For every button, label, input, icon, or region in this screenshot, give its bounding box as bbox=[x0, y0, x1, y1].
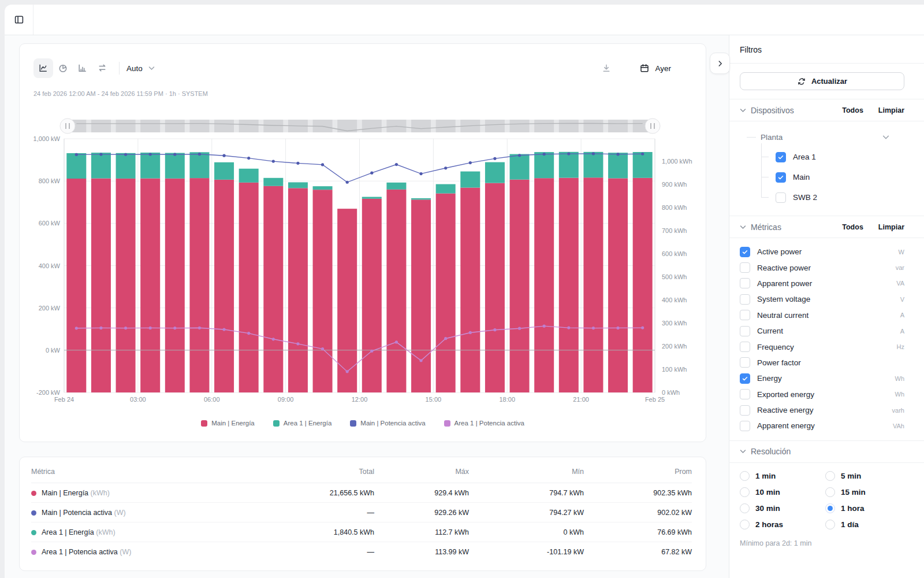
table-row[interactable]: Main | Energía (kWh)21,656.5 kWh929.4 kW… bbox=[31, 483, 692, 503]
chevron-down-icon[interactable] bbox=[882, 135, 889, 140]
legend-swatch bbox=[201, 420, 207, 427]
metric-option[interactable]: Apparent powerVA bbox=[740, 276, 904, 291]
resolution-section-label: Resolución bbox=[751, 447, 904, 456]
table-row[interactable]: Main | Potencia activa (W)—929.26 kW794.… bbox=[31, 503, 692, 523]
check-icon bbox=[742, 375, 748, 382]
resolution-option[interactable]: 10 min bbox=[740, 487, 825, 497]
resolution-option[interactable]: 1 día bbox=[825, 520, 904, 529]
resolution-option-label: 1 hora bbox=[841, 504, 865, 513]
devices-clear-link[interactable]: Limpiar bbox=[878, 106, 904, 114]
checkbox-system-voltage[interactable] bbox=[740, 294, 750, 305]
table-row[interactable]: Area 1 | Potencia activa (W)—113.99 kW-1… bbox=[31, 542, 692, 561]
download-icon bbox=[601, 63, 612, 73]
metric-option[interactable]: Active powerW bbox=[740, 244, 904, 260]
checkbox-apparent-energy[interactable] bbox=[740, 421, 750, 431]
legend-item[interactable]: Area 1 | Potencia activa bbox=[444, 420, 524, 427]
radio-15-min[interactable] bbox=[825, 487, 835, 497]
value-cell-avg: 902.35 kWh bbox=[584, 489, 692, 497]
compare-arrows-button[interactable] bbox=[92, 58, 112, 78]
metrics-select-all-link[interactable]: Todos bbox=[842, 223, 863, 231]
metric-unit: (kWh) bbox=[96, 528, 115, 536]
metric-option-label: Reactive energy bbox=[757, 406, 885, 414]
radio-5-min[interactable] bbox=[825, 471, 835, 481]
checkbox-neutral-current[interactable] bbox=[740, 310, 750, 320]
download-button[interactable] bbox=[597, 58, 616, 78]
resolution-option[interactable]: 5 min bbox=[825, 471, 904, 481]
checkbox-energy[interactable] bbox=[740, 373, 750, 384]
period-selector[interactable]: Ayer bbox=[639, 63, 671, 73]
device-tree-item[interactable]: SWB 2 bbox=[761, 187, 904, 208]
metric-option-unit: Wh bbox=[895, 391, 905, 398]
checkbox-exported-energy[interactable] bbox=[740, 389, 750, 399]
device-tree-item[interactable]: Main bbox=[761, 167, 904, 187]
device-tree-item[interactable]: Area 1 bbox=[761, 147, 904, 167]
sidebar-toggle-button[interactable] bbox=[5, 5, 33, 35]
metrics-clear-link[interactable]: Limpiar bbox=[878, 223, 904, 231]
table-row[interactable]: Area 1 | Energía (kWh)1,840.5 kWh112.7 k… bbox=[31, 523, 692, 542]
refresh-button[interactable]: Actualizar bbox=[740, 72, 904, 90]
metric-option[interactable]: Power factor bbox=[740, 355, 904, 370]
column-chart-icon bbox=[77, 63, 88, 73]
resolution-option[interactable]: 30 min bbox=[740, 503, 825, 513]
brush-handle[interactable] bbox=[645, 118, 660, 134]
metric-option[interactable]: Reactive powervar bbox=[740, 260, 904, 275]
checkbox-power-factor[interactable] bbox=[740, 357, 750, 368]
checkbox-active-power[interactable] bbox=[740, 247, 750, 257]
checkbox-main[interactable] bbox=[776, 172, 786, 183]
metric-option[interactable]: Neutral currentA bbox=[740, 307, 904, 323]
checkbox-area-1[interactable] bbox=[776, 152, 786, 162]
column-chart-type-button[interactable] bbox=[73, 58, 92, 78]
refresh-label: Actualizar bbox=[811, 77, 847, 86]
aggregation-dropdown[interactable]: Auto bbox=[126, 64, 155, 73]
resolution-option-label: 30 min bbox=[755, 504, 780, 513]
checkbox-reactive-power[interactable] bbox=[740, 262, 750, 273]
metric-option[interactable]: CurrentA bbox=[740, 323, 904, 339]
metric-option[interactable]: Reactive energyvarh bbox=[740, 402, 904, 418]
chevron-down-icon[interactable] bbox=[740, 108, 746, 113]
metrics-list: Active powerWReactive powervarApparent p… bbox=[740, 238, 904, 440]
checkbox-apparent-power[interactable] bbox=[740, 278, 750, 288]
line-chart-type-button[interactable] bbox=[33, 58, 53, 78]
legend-item[interactable]: Main | Energía bbox=[201, 420, 255, 427]
radio-1-min[interactable] bbox=[740, 471, 750, 481]
radio-1-hora[interactable] bbox=[825, 503, 835, 513]
chevron-down-icon[interactable] bbox=[740, 449, 746, 454]
svg-text:0 kWh: 0 kWh bbox=[662, 389, 680, 396]
metric-option[interactable]: System voltageV bbox=[740, 291, 904, 307]
chevron-down-icon bbox=[148, 66, 155, 71]
metric-option[interactable]: FrequencyHz bbox=[740, 339, 904, 354]
checkbox-swb-2[interactable] bbox=[776, 192, 786, 203]
device-label: Main bbox=[793, 173, 810, 181]
radio-10-min[interactable] bbox=[740, 487, 750, 497]
resolution-option[interactable]: 1 hora bbox=[825, 503, 904, 513]
radio-1-día[interactable] bbox=[825, 520, 835, 529]
metric-name: Main | Energía bbox=[42, 489, 88, 497]
chart-canvas[interactable]: 1,000 kW800 kW600 kW400 kW200 kW0 kW-200… bbox=[20, 44, 706, 414]
legend-item[interactable]: Main | Potencia activa bbox=[350, 420, 425, 427]
metric-name-cell: Main | Potencia activa (W) bbox=[31, 509, 247, 517]
line-chart-icon bbox=[38, 63, 49, 73]
sidebar-collapse-button[interactable] bbox=[710, 53, 730, 74]
metric-option[interactable]: EnergyWh bbox=[740, 370, 904, 386]
svg-text:15:00: 15:00 bbox=[426, 396, 442, 403]
resolution-option[interactable]: 2 horas bbox=[740, 520, 825, 529]
chart-legend: Main | EnergíaArea 1 | EnergíaMain | Pot… bbox=[20, 420, 706, 427]
radio-30-min[interactable] bbox=[740, 503, 750, 513]
legend-item[interactable]: Area 1 | Energía bbox=[273, 420, 332, 427]
resolution-option[interactable]: 1 min bbox=[740, 471, 825, 481]
metric-option[interactable]: Apparent energyVAh bbox=[740, 418, 904, 433]
metric-option[interactable]: Exported energyWh bbox=[740, 387, 904, 402]
checkbox-reactive-energy[interactable] bbox=[740, 405, 750, 416]
device-tree-root[interactable]: Planta bbox=[740, 127, 904, 147]
brush-handle[interactable] bbox=[60, 118, 75, 134]
metric-option-unit: W bbox=[899, 249, 904, 255]
devices-select-all-link[interactable]: Todos bbox=[842, 106, 863, 114]
radio-2-horas[interactable] bbox=[740, 520, 750, 529]
pie-chart-type-button[interactable] bbox=[53, 58, 73, 78]
resolution-option[interactable]: 15 min bbox=[825, 487, 904, 497]
table-header-cell: Mín bbox=[469, 468, 584, 476]
checkbox-frequency[interactable] bbox=[740, 342, 750, 352]
checkbox-current[interactable] bbox=[740, 326, 750, 336]
chevron-down-icon[interactable] bbox=[740, 225, 746, 229]
metric-name-cell: Main | Energía (kWh) bbox=[31, 489, 247, 497]
